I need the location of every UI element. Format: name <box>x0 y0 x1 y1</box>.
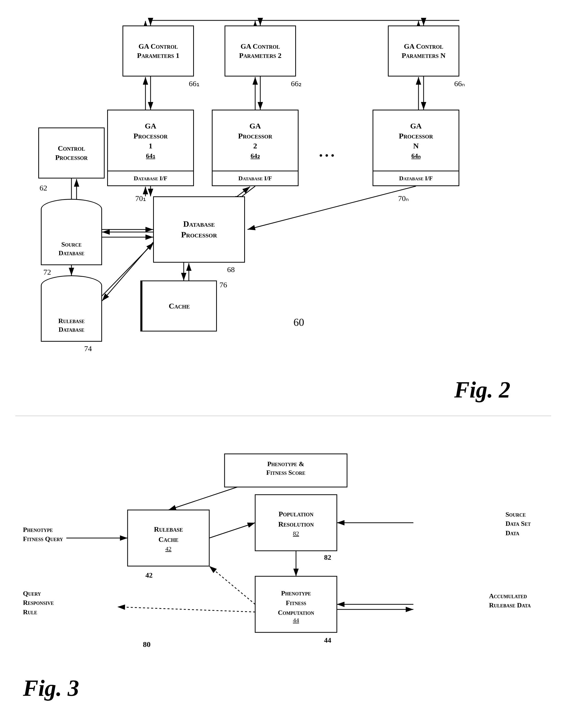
source-data-label: SourceData SetData <box>506 510 531 538</box>
ref-70-1: 70₁ <box>135 194 146 203</box>
ga-ctrl-params-2-label: GA Control Parameters 2 <box>239 42 281 60</box>
dots-separator: ... <box>319 143 337 160</box>
ga-ctrl-params-2-box: GA Control Parameters 2 <box>224 25 296 76</box>
accum-rulebase-label: AccumulatedRulebase Data <box>489 592 531 610</box>
ref-64-1: 64₁ <box>146 152 155 160</box>
ref-68: 68 <box>227 265 235 274</box>
ga-ctrl-params-1-box: GA Control Parameters 1 <box>122 25 194 76</box>
ctrl-proc-label: ControlProcessor <box>55 144 87 162</box>
fig2-title: Fig. 2 <box>454 377 510 403</box>
db-proc-box: DatabaseProcessor <box>153 196 245 263</box>
svg-text:Fitness Score: Fitness Score <box>266 469 306 476</box>
ref-44: 44 <box>324 636 331 644</box>
ref-62: 62 <box>40 184 47 192</box>
source-db: SourceDatabase <box>41 199 102 265</box>
svg-text:42: 42 <box>165 545 171 552</box>
ga-ctrl-params-n-box: GA Control Parameters N <box>388 25 459 76</box>
ref-74: 74 <box>84 344 92 353</box>
ga-ctrl-params-n-label: GA Control Parameters N <box>402 42 446 60</box>
svg-text:Resolution: Resolution <box>278 520 314 528</box>
ga-proc-n-top: GAProcessorN 64ₙ <box>373 110 459 171</box>
ref-64-2: 64₂ <box>250 152 260 160</box>
rulebase-db-label: RulebaseDatabase <box>41 317 102 334</box>
fig-separator <box>15 416 551 416</box>
svg-line-22 <box>247 186 416 229</box>
svg-text:Phenotype: Phenotype <box>281 590 311 597</box>
fig3-diagram: Phenotype & Fitness Score Rulebase Cache… <box>15 428 551 709</box>
ref-60: 60 <box>294 316 304 328</box>
svg-line-51 <box>209 566 255 604</box>
svg-text:Phenotype &: Phenotype & <box>267 460 304 468</box>
ga-proc-2-bottom: Database I/F <box>212 171 298 185</box>
ga-proc-2-box: GAProcessor2 64₂ Database I/F <box>212 110 299 186</box>
svg-line-35 <box>168 487 237 510</box>
db-proc-label: DatabaseProcessor <box>181 219 217 240</box>
cache-box: Cache <box>140 280 217 331</box>
svg-text:Fitness: Fitness <box>286 599 306 607</box>
ref-66-2: 66₂ <box>291 79 302 88</box>
ref-76: 76 <box>219 280 227 289</box>
ref-64-n: 64ₙ <box>411 152 421 160</box>
ga-proc-n-bottom: Database I/F <box>373 171 459 185</box>
ref-82: 82 <box>324 553 331 561</box>
ga-proc-n-box: GAProcessorN 64ₙ Database I/F <box>373 110 459 186</box>
ref-42: 42 <box>145 571 153 579</box>
cache-label: Cache <box>169 302 189 310</box>
rulebase-db: RulebaseDatabase <box>41 275 102 342</box>
ref-70-n: 70ₙ <box>398 194 409 203</box>
ga-proc-1-bottom: Database I/F <box>108 171 193 185</box>
source-db-label: SourceDatabase <box>41 240 102 258</box>
svg-text:Cache: Cache <box>158 535 178 543</box>
svg-text:Population: Population <box>278 510 314 518</box>
ref-80: 80 <box>143 640 150 649</box>
query-rule-label: QueryResponsiveRule <box>23 589 54 617</box>
svg-text:Rulebase: Rulebase <box>154 525 183 533</box>
svg-text:Computation: Computation <box>278 609 314 616</box>
ref-66-n: 66ₙ <box>454 79 465 88</box>
svg-line-40 <box>209 523 255 538</box>
ga-proc-1-box: GAProcessor1 64₁ Database I/F <box>107 110 194 186</box>
fig3-title: Fig. 3 <box>23 675 79 701</box>
svg-line-52 <box>117 607 255 612</box>
ref-66-1: 66₁ <box>189 79 199 88</box>
phenotype-query-label: PhenotypeFitness Query <box>23 525 63 544</box>
ga-ctrl-params-1-label: GA Control Parameters 1 <box>137 42 179 60</box>
svg-text:82: 82 <box>293 530 299 537</box>
ctrl-proc-box: ControlProcessor <box>38 127 105 178</box>
ga-proc-2-top: GAProcessor2 64₂ <box>212 110 298 171</box>
ga-proc-1-top: GAProcessor1 64₁ <box>108 110 193 171</box>
ref-72: 72 <box>43 268 51 276</box>
fig2-diagram: GA Control Parameters 1 66₁ GA Control P… <box>26 10 536 423</box>
svg-text:44: 44 <box>293 617 299 623</box>
